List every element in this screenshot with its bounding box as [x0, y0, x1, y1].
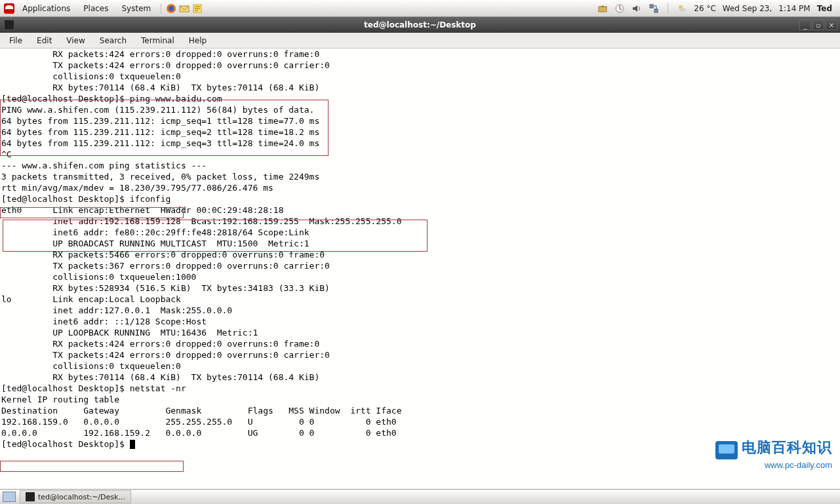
term-line: UP BROADCAST RUNNING MULTICAST MTU:1500 … — [1, 238, 839, 249]
window-title: ted@localhost:~/Desktop — [364, 20, 476, 29]
network-icon[interactable] — [649, 3, 659, 14]
term-line: inet addr:192.168.159.128 Bcast:192.168.… — [1, 216, 839, 227]
term-line: collisions:0 txqueuelen:0 — [1, 360, 839, 372]
term-line: RX bytes:528934 (516.5 KiB) TX bytes:341… — [1, 282, 839, 294]
term-line: RX bytes:70114 (68.4 KiB) TX bytes:70114… — [1, 372, 839, 383]
term-line: 0.0.0.0 192.168.159.2 0.0.0.0 UG 0 0 0 e… — [1, 427, 839, 438]
time-text[interactable]: 1:14 PM — [778, 4, 810, 13]
term-line: 3 packets transmitted, 3 received, 0% pa… — [1, 171, 839, 182]
menu-file[interactable]: File — [3, 34, 29, 47]
term-line: collisions:0 txqueuelen:1000 — [1, 271, 839, 282]
svg-point-9 — [679, 8, 686, 12]
update-icon[interactable] — [597, 3, 608, 14]
bottom-panel: ted@localhost:~/Desk... — [0, 489, 840, 504]
minimize-button[interactable]: _ — [799, 20, 811, 30]
term-line: TX packets:424 errors:0 dropped:0 overru… — [1, 60, 839, 71]
mail-icon[interactable] — [179, 3, 190, 14]
maximize-button[interactable]: ▫ — [812, 20, 824, 30]
terminal-viewport[interactable]: RX packets:424 errors:0 dropped:0 overru… — [0, 48, 840, 489]
weather-text[interactable]: 26 °C — [694, 4, 715, 13]
term-line: 64 bytes from 115.239.211.112: icmp_seq=… — [1, 138, 839, 149]
term-line: TX packets:424 errors:0 dropped:0 overru… — [1, 349, 839, 360]
menu-applications[interactable]: Applications — [17, 0, 75, 17]
svg-rect-7 — [654, 9, 658, 12]
notes-icon[interactable] — [192, 3, 203, 14]
highlight-box-default-route — [0, 461, 184, 472]
separator — [668, 3, 668, 14]
separator — [161, 3, 161, 14]
firefox-icon[interactable] — [166, 3, 176, 14]
term-line: Destination Gateway Genmask Flags MSS Wi… — [1, 405, 839, 416]
top-panel: Applications Places System 26 °C Wed Sep… — [0, 0, 840, 17]
term-line: collisions:0 txqueuelen:0 — [1, 71, 839, 82]
terminal-task-icon — [26, 492, 35, 501]
watermark-url: www.pc-daily.com — [715, 459, 832, 471]
menu-terminal[interactable]: Terminal — [134, 34, 181, 47]
term-line: 64 bytes from 115.239.211.112: icmp_seq=… — [1, 115, 839, 126]
terminal-app-icon — [4, 20, 14, 30]
term-line: Kernel IP routing table — [1, 394, 839, 405]
weather-icon[interactable] — [677, 3, 687, 14]
menu-system[interactable]: System — [116, 0, 156, 17]
term-line: ^C — [1, 149, 839, 160]
cpu-meter-icon[interactable] — [614, 3, 625, 14]
menu-places[interactable]: Places — [78, 0, 113, 17]
svg-rect-4 — [599, 7, 607, 12]
close-button[interactable]: × — [826, 20, 837, 30]
distro-icon[interactable] — [4, 3, 14, 14]
term-line: [ted@localhost Desktop]$ ping www.baidu.… — [1, 93, 839, 104]
window-titlebar[interactable]: ted@localhost:~/Desktop _ ▫ × — [0, 17, 840, 33]
taskbar-item-label: ted@localhost:~/Desk... — [38, 493, 125, 501]
volume-icon[interactable] — [631, 3, 642, 14]
app-menubar: File Edit View Search Terminal Help — [0, 33, 840, 48]
term-line: inet addr:127.0.0.1 Mask:255.0.0.0 — [1, 305, 839, 316]
svg-point-1 — [169, 6, 174, 11]
date-text[interactable]: Wed Sep 23, — [723, 4, 772, 13]
svg-rect-6 — [650, 5, 653, 8]
term-line: [ted@localhost Desktop]$ netstat -nr — [1, 383, 839, 394]
term-line: RX packets:424 errors:0 dropped:0 overru… — [1, 338, 839, 349]
term-line: RX packets:424 errors:0 dropped:0 overru… — [1, 48, 839, 60]
show-desktop-button[interactable] — [3, 492, 16, 502]
term-prompt-line: [ted@localhost Desktop]$ — [1, 438, 839, 450]
term-line: lo Link encap:Local Loopback — [1, 294, 839, 305]
menu-help[interactable]: Help — [182, 34, 213, 47]
term-line: TX packets:367 errors:0 dropped:0 overru… — [1, 260, 839, 271]
term-line: 192.168.159.0 0.0.0.0 255.255.255.0 U 0 … — [1, 416, 839, 427]
term-line: RX bytes:70114 (68.4 KiB) TX bytes:70114… — [1, 82, 839, 93]
system-tray: 26 °C Wed Sep 23, 1:14 PM Ted — [597, 3, 836, 14]
term-line: RX packets:5466 errors:0 dropped:0 overr… — [1, 249, 839, 260]
term-line: rtt min/avg/max/mdev = 18.230/39.795/77.… — [1, 182, 839, 193]
menu-view[interactable]: View — [60, 34, 91, 47]
term-line: inet6 addr: ::1/128 Scope:Host — [1, 316, 839, 327]
term-line: PING www.a.shifen.com (115.239.211.112) … — [1, 104, 839, 115]
term-line: inet6 addr: fe80::20c:29ff:fe48:2818/64 … — [1, 227, 839, 238]
term-line: [ted@localhost Desktop]$ ifconfig — [1, 193, 839, 204]
term-line: 64 bytes from 115.239.211.112: icmp_seq=… — [1, 126, 839, 138]
term-line: --- www.a.shifen.com ping statistics --- — [1, 160, 839, 171]
terminal-cursor — [130, 440, 135, 449]
term-line: eth0 Link encap:Ethernet HWaddr 00:0C:29… — [1, 204, 839, 216]
taskbar-item-terminal[interactable]: ted@localhost:~/Desk... — [20, 490, 131, 503]
menu-search[interactable]: Search — [93, 34, 133, 47]
menu-edit[interactable]: Edit — [30, 34, 58, 47]
user-menu[interactable]: Ted — [817, 4, 832, 13]
term-line: UP LOOPBACK RUNNING MTU:16436 Metric:1 — [1, 327, 839, 338]
